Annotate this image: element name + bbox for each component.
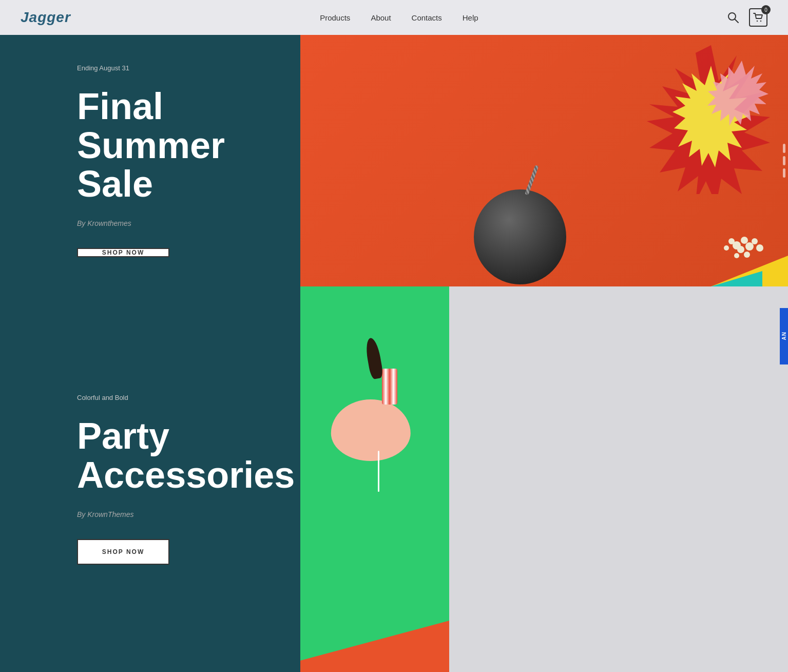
svg-point-10 [741,237,748,244]
explosion-graphic [639,40,783,194]
party-popper [382,369,397,405]
party-string [378,451,379,492]
second-eyebrow: Colorful and Bold [77,394,270,401]
svg-point-12 [737,246,744,253]
nav-help[interactable]: Help [463,13,478,22]
svg-point-17 [744,252,750,258]
svg-point-3 [760,21,761,22]
second-by: By KrownThemes [77,510,270,519]
svg-point-16 [756,244,763,252]
second-title: Party Accessories [77,417,270,494]
hero-right-image [300,35,788,286]
second-section: Colorful and Bold Party Accessories By K… [0,286,788,672]
main-nav: Products About Contacts Help [320,13,478,22]
search-icon[interactable] [727,12,739,23]
scroll-indicators [783,144,785,178]
hero-by: By Krownthemes [77,219,270,227]
hero-eyebrow: Ending August 31 [77,64,270,72]
hero-title: Final Summer Sale [77,87,270,204]
nav-contacts[interactable]: Contacts [412,13,442,22]
nav-about[interactable]: About [371,13,391,22]
hero-left-panel: Ending August 31 Final Summer Sale By Kr… [0,35,300,286]
hero-image-bg [300,35,788,286]
nav-products[interactable]: Products [320,13,350,22]
svg-point-14 [752,238,758,244]
brand-name: Jagger [21,9,71,25]
cart-icon[interactable]: 0 [749,8,767,27]
side-panel[interactable]: AN [780,308,788,364]
cart-badge: 0 [761,5,771,14]
second-shop-now-button[interactable]: SHOP NOW [77,539,169,565]
logo[interactable]: Jagger [21,9,71,26]
svg-point-18 [734,253,739,258]
hero-shop-now-button[interactable]: SHOP NOW [77,248,169,257]
header-icons: 0 [727,8,767,27]
svg-point-13 [745,242,754,251]
header: Jagger Products About Contacts Help 0 [0,0,788,35]
side-panel-text: AN [781,332,787,340]
hero-section: Ending August 31 Final Summer Sale By Kr… [0,35,788,286]
svg-line-1 [735,19,738,23]
bomb-graphic [474,189,566,286]
orange-bottom [300,621,449,672]
svg-point-15 [724,245,729,251]
brain-prop [331,399,411,461]
main-content: Ending August 31 Final Summer Sale By Kr… [0,0,788,672]
second-left-panel: Colorful and Bold Party Accessories By K… [0,286,300,672]
svg-point-11 [728,238,735,244]
second-right-panel [449,286,788,672]
second-image-panel [300,286,449,672]
svg-marker-8 [711,271,762,286]
svg-point-2 [757,21,758,22]
popcorn-graphic [685,220,788,286]
feather-prop [364,337,384,379]
